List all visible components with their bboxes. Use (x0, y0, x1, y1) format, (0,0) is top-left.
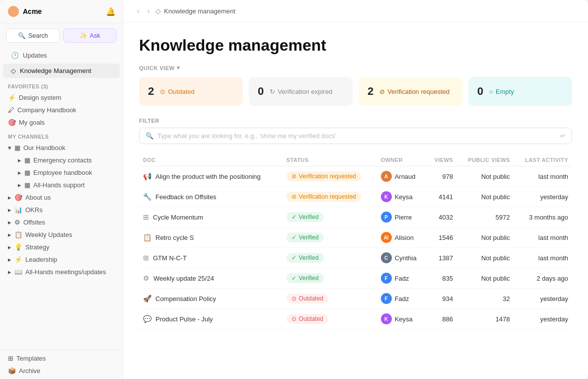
doc-views-cell-1: 4141 (427, 187, 457, 207)
sidebar-item-knowledge-management[interactable]: ◇ Knowledge Management (3, 64, 120, 78)
sidebar-item-about-us[interactable]: ▸ 🎯 About us (0, 191, 123, 204)
doc-name-4: GTM N-C-T (153, 254, 187, 262)
col-owner: OWNER (377, 154, 427, 166)
design-system-icon: ⚡ (8, 94, 16, 101)
filter-search-container: 🔍 ↵ (139, 128, 572, 144)
back-button[interactable]: ‹ (135, 6, 142, 16)
doc-status-cell-2: ✓ Verified (283, 207, 377, 227)
sidebar-item-templates[interactable]: ⊞ Templates (0, 352, 123, 365)
doc-icon-2: ⊞ (143, 213, 149, 221)
sidebar-item-leadership[interactable]: ▸ ⚡ Leadership (0, 253, 123, 266)
table-row[interactable]: ⚙ Weekly update 25/24 ✓ Verified F Fadz … (139, 268, 572, 289)
owner-name-7: Keysa (395, 315, 413, 323)
col-views: VIEWS (427, 154, 457, 166)
sidebar-item-our-handbook[interactable]: ▾ ▦ Our Handbook (0, 142, 123, 154)
archive-icon: 📦 (8, 367, 16, 375)
sidebar-item-design-system[interactable]: ⚡ Design system (0, 91, 123, 104)
enter-icon: ↵ (560, 132, 566, 140)
sidebar-logo[interactable]: Acme (8, 6, 42, 17)
all-hands-meetings-icon: 📖 (14, 268, 22, 276)
sidebar-item-updates[interactable]: 🕐 Updates (3, 48, 120, 63)
doc-icon-7: 💬 (143, 315, 151, 323)
verification-expired-label: Verification expired (278, 88, 332, 95)
owner-avatar-4: C (381, 252, 392, 263)
our-handbook-label: Our Handbook (23, 144, 66, 152)
outdated-icon: ⊙ (160, 88, 165, 95)
forward-button[interactable]: › (146, 6, 152, 16)
doc-name-6: Compensation Policy (155, 295, 216, 303)
qv-card-verification-requested[interactable]: 2 ⊘ Verification requested (359, 77, 462, 106)
filter-label: FILTER (139, 118, 572, 124)
owner-name-1: Keysa (395, 193, 413, 201)
doc-status-cell-6: ⊙ Outdated (283, 289, 377, 309)
owner-avatar-5: F (381, 273, 392, 284)
qv-card-outdated[interactable]: 2 ⊙ Outdated (139, 77, 243, 106)
filter-search-input[interactable] (157, 132, 556, 140)
bell-icon[interactable]: 🔔 (106, 7, 115, 16)
sidebar-item-all-hands-support[interactable]: ▸ ▦ All-Hands support (0, 179, 123, 191)
filter-search-icon: 🔍 (146, 132, 153, 140)
outdated-label: Outdated (168, 88, 195, 95)
expand-icon-6: ▸ (8, 206, 11, 214)
table-row[interactable]: 🔧 Feedback on Offsites ⊘ Verification re… (139, 187, 572, 207)
breadcrumb-icon: ◇ (155, 7, 161, 15)
doc-name-7: Product Pulse - July (155, 315, 213, 323)
qv-card-empty[interactable]: 0 ○ Empty (468, 77, 572, 106)
owner-avatar-2: P (381, 212, 392, 223)
search-button[interactable]: 🔍 Search (6, 28, 60, 43)
sidebar-item-company-handbook[interactable]: 🖊 Company Handbook (0, 104, 123, 116)
sidebar-item-my-goals[interactable]: 🎯 My goals (0, 116, 123, 129)
owner-name-2: Pierre (395, 214, 412, 221)
emergency-contacts-icon: ▦ (24, 156, 30, 164)
doc-name-cell-1: 🔧 Feedback on Offsites (139, 187, 283, 207)
about-us-icon: 🎯 (14, 194, 22, 201)
doc-name-cell-7: 💬 Product Pulse - July (139, 309, 283, 329)
sidebar-item-okrs[interactable]: ▸ 📊 OKRs (0, 204, 123, 216)
doc-owner-cell-4: C Cynthia (377, 248, 427, 268)
all-hands-support-label: All-Hands support (33, 181, 84, 189)
page-title: Knowledge management (139, 36, 572, 55)
doc-status-cell-4: ✓ Verified (283, 248, 377, 268)
doc-activity-cell-2: 3 months ago (514, 207, 572, 227)
owner-avatar-6: F (381, 293, 392, 304)
status-badge-0: ⊘ Verification requested (287, 171, 361, 181)
doc-views-cell-6: 934 (427, 289, 457, 309)
table-row[interactable]: ⊞ GTM N-C-T ✓ Verified C Cynthia 1387 No… (139, 248, 572, 268)
sidebar-item-all-hands-meetings[interactable]: ▸ 📖 All-Hands meetings/updates (0, 266, 123, 278)
quick-view-label[interactable]: QUICK VIEW ▾ (139, 65, 572, 71)
doc-name-2: Cycle Momentum (153, 214, 203, 221)
expand-icon-3: ▸ (18, 169, 21, 176)
knowledge-management-label: Knowledge Management (20, 67, 91, 75)
sidebar-item-weekly-updates[interactable]: ▸ 📋 Weekly Updates (0, 228, 123, 241)
doc-name-1: Feedback on Offsites (155, 193, 217, 201)
status-badge-4: ✓ Verified (287, 253, 324, 263)
sidebar-item-employee-handbook[interactable]: ▸ ▦ Employee handbook (0, 166, 123, 179)
company-handbook-icon: 🖊 (8, 106, 14, 114)
table-header-row: DOC STATUS OWNER VIEWS PUBLIC VIEWS LAST… (139, 154, 572, 166)
doc-owner-cell-6: F Fadz (377, 289, 427, 309)
sidebar-item-archive[interactable]: 📦 Archive (0, 365, 123, 377)
table-row[interactable]: 📢 Align the product with the positioning… (139, 166, 572, 187)
sidebar-item-offsites[interactable]: ▸ ⚙ Offsites (0, 216, 123, 228)
weekly-updates-icon: 📋 (14, 231, 22, 238)
offsites-icon: ⚙ (14, 219, 20, 226)
doc-icon-6: 🚀 (143, 295, 151, 303)
design-system-label: Design system (19, 94, 61, 101)
table-row[interactable]: 🚀 Compensation Policy ⊙ Outdated F Fadz … (139, 289, 572, 309)
table-row[interactable]: 📋 Retro cycle S ✓ Verified Al Alision 15… (139, 227, 572, 248)
sidebar-item-strategy[interactable]: ▸ 💡 Strategy (0, 241, 123, 253)
sidebar-item-emergency-contacts[interactable]: ▸ ▦ Emergency contacts (0, 154, 123, 166)
ask-button[interactable]: ✨ Ask (63, 28, 117, 43)
qv-card-verification-expired[interactable]: 0 ↻ Verification expired (249, 77, 353, 106)
col-status: STATUS (283, 154, 377, 166)
doc-icon-4: ⊞ (143, 254, 149, 262)
all-hands-meetings-label: All-Hands meetings/updates (25, 268, 106, 276)
sidebar-actions: 🔍 Search ✨ Ask (0, 23, 123, 48)
table-row[interactable]: ⊞ Cycle Momentum ✓ Verified P Pierre 403… (139, 207, 572, 227)
table-row[interactable]: 💬 Product Pulse - July ⊙ Outdated K Keys… (139, 309, 572, 329)
owner-avatar-1: K (381, 191, 392, 202)
breadcrumb-text: Knowledge management (164, 7, 235, 15)
doc-name-5: Weekly update 25/24 (153, 275, 214, 282)
qv-verification-requested-num: 2 (368, 85, 373, 98)
doc-public-views-cell-5: Not public (457, 268, 514, 289)
